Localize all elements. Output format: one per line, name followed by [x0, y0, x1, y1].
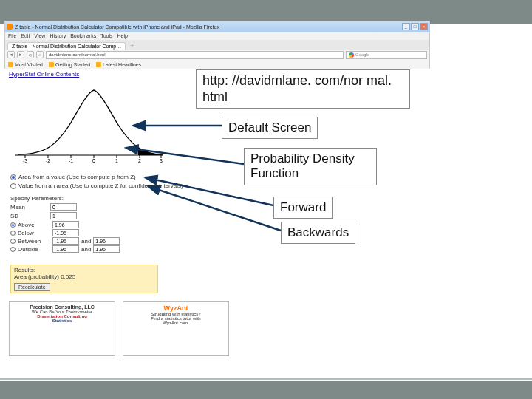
folder-icon [96, 62, 101, 67]
menu-edit[interactable]: Edit [21, 33, 30, 38]
ad1-line3: Statistics [52, 318, 72, 323]
menu-bookmarks[interactable]: Bookmarks [70, 33, 96, 38]
search-placeholder: Google [355, 52, 369, 57]
radio-icon [10, 174, 16, 180]
svg-text:-3: -3 [23, 158, 27, 163]
svg-text:0: 0 [92, 158, 95, 163]
back-button[interactable]: ◄ [7, 51, 15, 58]
between-input-2[interactable] [93, 237, 120, 245]
callout-backwards: Backwards [281, 222, 355, 244]
ad2-line3: WyzAnt.com. [163, 321, 188, 325]
above-input[interactable] [52, 221, 79, 228]
params-heading: Specify Parameters: [10, 195, 120, 202]
url-input[interactable]: davidmlane.com/normal.html [46, 51, 344, 59]
home-button[interactable]: ⌂ [36, 51, 44, 58]
menu-file[interactable]: File [8, 33, 16, 38]
ads-bar: Precision Consulting, LLC We Can Be Your… [9, 301, 229, 356]
url-text: davidmlane.com/normal.html [49, 52, 106, 57]
mode-area-row[interactable]: Area from a value (Use to compute p from… [10, 173, 183, 182]
folder-icon [8, 62, 13, 67]
ad2-brand: WyzAnt [164, 304, 188, 312]
bookmark-latest-headlines[interactable]: Latest Headlines [96, 62, 141, 67]
svg-text:3: 3 [160, 158, 163, 163]
shade-below-row[interactable]: Below [10, 229, 120, 236]
bookmark-getting-started[interactable]: Getting Started [49, 62, 90, 67]
shade-above-row[interactable]: Above [10, 221, 120, 228]
ad1-title: Precision Consulting, LLC [30, 304, 95, 310]
sd-input[interactable] [50, 212, 77, 219]
results-panel: Results: Area (probability) 0.025 Recalc… [10, 265, 158, 293]
sd-label: SD [10, 213, 47, 219]
callout-url: http: //davidmlane. com/nor mal. html [196, 69, 410, 109]
pdf-plot: -3-2-1 012 3 [9, 78, 168, 170]
tab-strip: Z table - Normal Distribution Calculator… [5, 40, 429, 50]
tab-label: Z table - Normal Distribution Calculator… [12, 44, 121, 49]
below-input[interactable] [52, 229, 79, 236]
hyperstat-link[interactable]: HyperStat Online Contents [9, 71, 79, 78]
shade-outside-row[interactable]: Outside and [10, 245, 120, 253]
outside-input-1[interactable] [52, 245, 79, 253]
firefox-icon [7, 24, 13, 30]
and-label-2: and [81, 246, 91, 253]
shade-between-label: Between [18, 238, 50, 245]
mode-radio-group: Area from a value (Use to compute p from… [10, 173, 183, 191]
slide-divider [0, 378, 532, 380]
svg-text:-2: -2 [46, 158, 50, 163]
mode-area-label: Area from a value (Use to compute p from… [18, 173, 136, 182]
between-input-1[interactable] [52, 237, 79, 245]
menu-view[interactable]: View [34, 33, 45, 38]
svg-text:1: 1 [115, 158, 118, 163]
callout-default: Default Screen [222, 117, 318, 139]
results-heading: Results: [14, 267, 154, 273]
bookmark-most-visited[interactable]: Most Visited [8, 62, 43, 67]
shade-outside-label: Outside [18, 246, 50, 253]
window-title: Z table - Normal Distribution Calculator… [15, 24, 219, 30]
and-label: and [81, 238, 91, 245]
window-title-bar: Z table - Normal Distribution Calculator… [5, 21, 429, 32]
radio-icon [10, 239, 16, 244]
close-button[interactable]: × [420, 23, 428, 30]
mode-value-label: Value from an area (Use to compute Z for… [18, 182, 183, 191]
slide-footer-bar [0, 381, 532, 399]
new-tab-button[interactable]: + [128, 42, 136, 50]
menu-history[interactable]: History [50, 33, 66, 38]
bookmarks-bar: Most Visited Getting Started Latest Head… [5, 60, 429, 69]
svg-text:2: 2 [138, 158, 141, 163]
ad-precision[interactable]: Precision Consulting, LLC We Can Be Your… [9, 301, 115, 356]
recalculate-button[interactable]: Recalculate [14, 283, 50, 291]
maximize-button[interactable]: □ [411, 23, 419, 30]
tab-active[interactable]: Z table - Normal Distribution Calculator… [7, 42, 126, 50]
ad-wyzant[interactable]: WyzAnt Struggling with statistics? Find … [123, 301, 229, 356]
shade-above-label: Above [18, 222, 50, 228]
google-icon [349, 52, 354, 58]
menu-tools[interactable]: Tools [100, 33, 112, 38]
radio-icon [10, 183, 16, 189]
radio-icon [10, 247, 16, 252]
callout-forward: Forward [273, 197, 332, 219]
folder-icon [49, 62, 54, 67]
mode-value-row[interactable]: Value from an area (Use to compute Z for… [10, 182, 183, 191]
outside-input-2[interactable] [93, 245, 120, 253]
mean-label: Mean [10, 204, 47, 211]
browser-window: Z table - Normal Distribution Calculator… [4, 21, 430, 69]
menu-help[interactable]: Help [117, 33, 128, 38]
radio-icon [10, 231, 16, 236]
search-input[interactable]: Google [346, 51, 427, 59]
results-line: Area (probability) 0.025 [14, 273, 154, 280]
svg-text:-1: -1 [69, 158, 73, 163]
mean-input[interactable] [50, 203, 77, 211]
window-controls: _ □ × [402, 23, 428, 30]
radio-icon [10, 222, 16, 228]
menu-bar: File Edit View History Bookmarks Tools H… [5, 32, 429, 40]
normal-curve-chart: -3-2-1 012 3 [9, 78, 168, 170]
callout-pdf: Probability Density Function [244, 148, 377, 185]
svg-line-18 [148, 186, 281, 231]
shade-between-row[interactable]: Between and [10, 237, 120, 245]
forward-button[interactable]: ► [17, 51, 24, 58]
minimize-button[interactable]: _ [402, 23, 410, 30]
nav-bar: ◄ ► ⟳ ⌂ davidmlane.com/normal.html Googl… [5, 50, 429, 60]
parameters-panel: Specify Parameters: Mean SD Above Below … [10, 195, 120, 253]
shade-below-label: Below [18, 230, 50, 236]
reload-button[interactable]: ⟳ [27, 51, 34, 58]
